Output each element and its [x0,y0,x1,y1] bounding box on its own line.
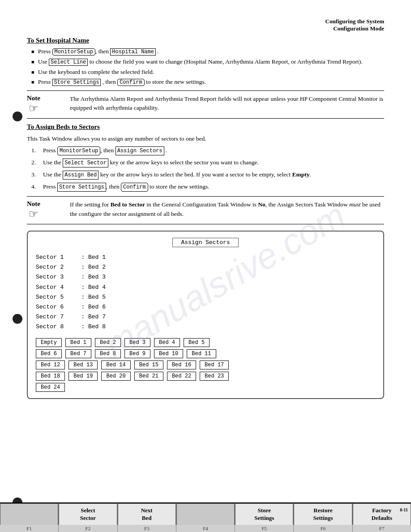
fn-cell-f1: F1 [0,503,59,532]
fn4-button[interactable] [176,503,235,525]
step-4: 4. Press Store Settings, then Confirm to… [31,182,384,192]
assign-panel-title: Assign Sectors [172,238,238,247]
sector-list: Sector 1 : Bed 1 Sector 2 : Bed 2 Sector… [36,253,375,332]
bed-btn-17[interactable]: Bed 17 [200,360,229,369]
bed-row-5: Bed 24 [36,383,375,392]
bed-row-4: Bed 18 Bed 19 Bed 20 Bed 21 Bed 22 Bed 2… [36,372,375,381]
note2-icon: ☞ [27,208,40,220]
left-bullet-1 [13,111,22,123]
step-1: 1. Press MonitorSetup, then Assign Secto… [31,146,384,155]
page-number: 8-11 [398,505,410,515]
note1-icon: ☞ [27,102,40,115]
kbd-monitorsetup2: MonitorSetup [57,146,100,155]
bed-btn-16[interactable]: Bed 16 [167,360,196,369]
fn1-button[interactable] [0,503,58,525]
fn3-label: F3 [144,525,150,532]
sector-row-1: Sector 1 : Bed 1 [36,253,375,262]
fn-cell-f4: F4 [176,503,235,532]
bed-btn-7[interactable]: Bed 7 [65,349,91,358]
bed-row-3: Bed 12 Bed 13 Bed 14 Bed 15 Bed 16 Bed 1… [36,360,375,369]
kbd-confirm2: Confirm [121,183,148,192]
kbd-storesettings1: Store Settings [52,79,101,86]
kbd-assignbed: Assign Bed [63,171,98,180]
bed-btn-3[interactable]: Bed 3 [124,338,150,347]
note1-content: The Arrhythmia Alarm Report and Arrhythm… [70,94,384,113]
bed-btn-10[interactable]: Bed 10 [154,349,183,358]
header-title: Configuring the System [325,18,384,25]
section2-steps: 1. Press MonitorSetup, then Assign Secto… [31,146,384,192]
fn-cell-f5: Store Settings F5 [235,503,294,532]
bullet-1: Press MonitorSetup, then Hospital Name . [31,48,384,56]
bed-btn-2[interactable]: Bed 2 [95,338,121,347]
bed-btn-20[interactable]: Bed 20 [101,372,130,381]
fn6-label: F6 [321,525,326,532]
note1-label: Note [27,94,51,102]
bed-btn-14[interactable]: Bed 14 [101,360,130,369]
note-box-1: Note ☞ The Arrhythmia Alarm Report and A… [27,90,384,119]
fn6-button[interactable]: Restore Settings [294,503,352,525]
bed-btn-18[interactable]: Bed 18 [36,372,65,381]
fn3-button[interactable]: Next Bed [118,503,176,525]
function-key-bar: F1 Select Sector F2 Next Bed F3 F4 Store… [0,502,411,532]
note-box-2: Note ☞ If the setting for Bed to Sector … [27,196,384,224]
bed-btn-23[interactable]: Bed 23 [200,372,229,381]
section2-title: To Assign Beds to Sectors [27,123,384,131]
bed-buttons-grid: Empty Bed 1 Bed 2 Bed 3 Bed 4 Bed 5 Bed … [36,338,375,392]
sector-row-5: Sector 5 : Bed 5 [36,292,375,302]
fn5-label: F5 [261,525,267,532]
sector-row-2: Sector 2 : Bed 2 [36,262,375,272]
bed-btn-8[interactable]: Bed 8 [95,349,121,358]
fn-cell-f7: Factory Defaults8-11 F7 [353,503,411,532]
kbd-monitorsetup: MonitorSetup [52,48,95,56]
fn-cell-f3: Next Bed F3 [118,503,176,532]
left-bullet-2 [13,313,22,326]
section1-title: To Set Hospital Name [27,37,384,44]
fn4-label: F4 [203,525,208,532]
fn2-button[interactable]: Select Sector [59,503,117,525]
section-assign-beds: To Assign Beds to Sectors This Task Wind… [27,123,384,192]
bed-btn-6[interactable]: Bed 6 [36,349,62,358]
bed-btn-4[interactable]: Bed 4 [154,338,180,347]
bed-btn-24[interactable]: Bed 24 [36,383,65,392]
bed-row-1: Empty Bed 1 Bed 2 Bed 3 Bed 4 Bed 5 [36,338,375,347]
step-2: 2. Use the Select Sector key or the arro… [31,158,384,167]
bed-btn-9[interactable]: Bed 9 [124,349,150,358]
section-hospital-name: To Set Hospital Name Press MonitorSetup,… [27,37,384,86]
bed-btn-13[interactable]: Bed 13 [68,360,98,369]
step-3: 3. Use the Assign Bed key or the arrow k… [31,170,384,180]
page-header: Configuring the System Configuration Mod… [27,18,384,32]
kbd-hospitalname: Hospital Name [110,48,156,56]
bed-btn-empty[interactable]: Empty [36,338,62,347]
fn1-label: F1 [26,525,32,532]
kbd-selectline: Select Line [49,59,88,66]
bed-btn-5[interactable]: Bed 5 [184,338,210,347]
bullet-4: Press Store Settings , then Confirm to s… [31,78,384,86]
bed-btn-21[interactable]: Bed 21 [134,372,163,381]
bed-btn-11[interactable]: Bed 11 [187,349,216,358]
kbd-assignsectors: Assign Sectors [116,146,164,155]
assign-sectors-panel: Assign Sectors Sector 1 : Bed 1 Sector 2… [27,231,384,399]
section1-bullets: Press MonitorSetup, then Hospital Name .… [31,48,384,86]
fn7-button[interactable]: Factory Defaults8-11 [353,503,411,525]
sector-row-3: Sector 3 : Bed 3 [36,272,375,282]
fn5-button[interactable]: Store Settings [235,503,293,525]
bed-btn-22[interactable]: Bed 22 [167,372,196,381]
header-subtitle: Configuration Mode [333,25,384,32]
bed-btn-15[interactable]: Bed 15 [134,360,163,369]
fn7-label: F7 [379,525,385,532]
sector-row-8: Sector 8 : Bed 8 [36,322,375,332]
note2-label: Note [27,200,51,208]
note2-content: If the setting for Bed to Sector in the … [70,200,384,219]
bed-btn-1[interactable]: Bed 1 [65,338,91,347]
section2-intro: This Task Window allows you to assign an… [27,134,384,143]
bed-btn-19[interactable]: Bed 19 [68,372,98,381]
sector-row-7: Sector 7 : Bed 7 [36,312,375,322]
bullet-2: Use Select Line to choose the field you … [31,58,384,66]
kbd-storesettings2: Store Settings [57,183,106,192]
fn2-label: F2 [86,525,91,532]
kbd-confirm1: Confirm [117,79,144,86]
bullet-3: Use the keyboard to complete the selecte… [31,69,384,76]
bed-btn-12[interactable]: Bed 12 [36,360,65,369]
sector-row-4: Sector 4 : Bed 4 [36,283,375,292]
sector-row-6: Sector 6 : Bed 6 [36,302,375,312]
